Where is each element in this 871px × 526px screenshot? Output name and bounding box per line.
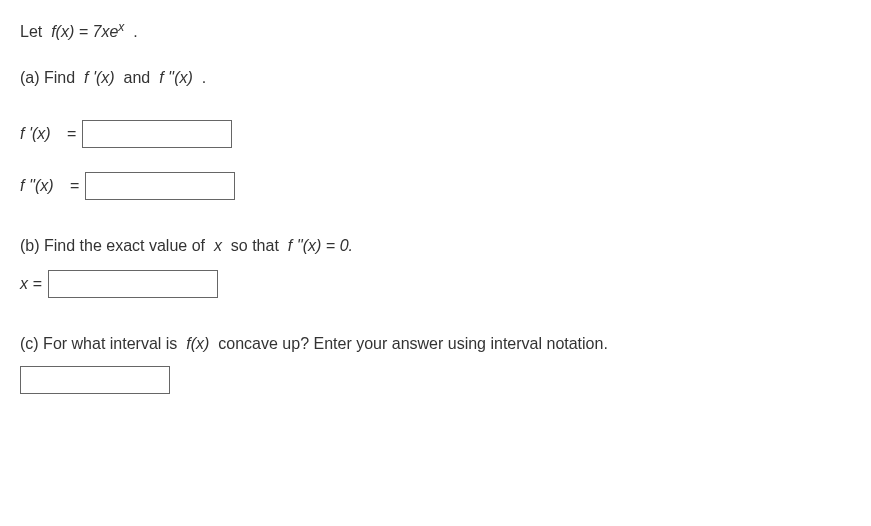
c-rest: concave up? Enter your answer using inte…	[218, 335, 608, 352]
fpp-label: f ''(x)	[20, 174, 54, 198]
fprime-eq: =	[67, 122, 76, 146]
intro-fn: f(x) = 7xe	[51, 23, 118, 40]
interval-row	[20, 366, 851, 394]
b-label: (b) Find the exact value of	[20, 237, 205, 254]
fpp-row: f ''(x) =	[20, 172, 851, 200]
intro-let: Let	[20, 23, 42, 40]
b-fpp: f ''(x) = 0.	[288, 237, 353, 254]
c-fx: f(x)	[186, 335, 209, 352]
fpp-eq: =	[70, 174, 79, 198]
fprime-label: f '(x)	[20, 122, 51, 146]
fprime-row: f '(x) =	[20, 120, 851, 148]
c-label: (c) For what interval is	[20, 335, 177, 352]
part-a-prompt: (a) Find f '(x) and f ''(x) .	[20, 66, 851, 90]
a-d2: f ''(x)	[159, 69, 193, 86]
part-c-prompt: (c) For what interval is f(x) concave up…	[20, 332, 851, 356]
a-label: (a) Find	[20, 69, 75, 86]
part-b-prompt: (b) Find the exact value of x so that f …	[20, 234, 851, 258]
x-row: x =	[20, 270, 851, 298]
a-dot: .	[202, 69, 206, 86]
x-input[interactable]	[48, 270, 218, 298]
b-x: x	[214, 237, 222, 254]
problem-intro: Let f(x) = 7xex .	[20, 18, 851, 44]
intro-dot: .	[133, 23, 137, 40]
intro-exp: x	[118, 20, 124, 34]
a-d1: f '(x)	[84, 69, 115, 86]
x-eq-label: x =	[20, 272, 42, 296]
b-sothat: so that	[231, 237, 279, 254]
interval-input[interactable]	[20, 366, 170, 394]
a-and: and	[124, 69, 151, 86]
fprime-input[interactable]	[82, 120, 232, 148]
fpp-input[interactable]	[85, 172, 235, 200]
